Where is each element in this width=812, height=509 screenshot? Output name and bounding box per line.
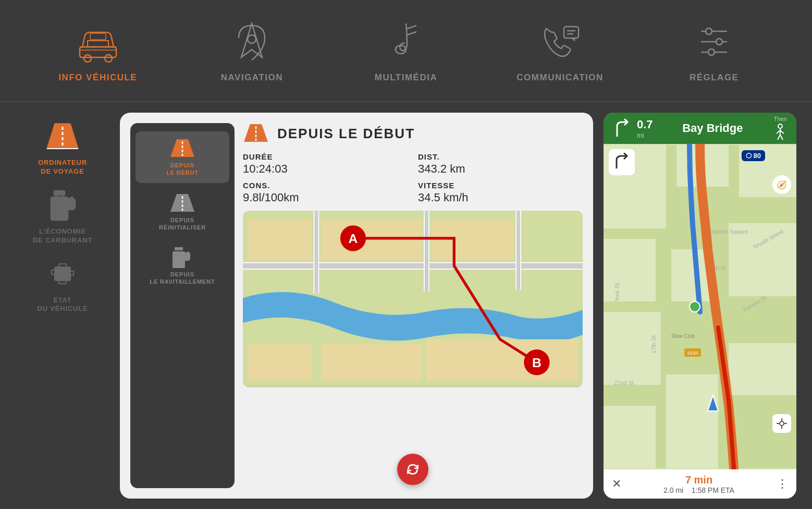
nav-item-communication[interactable]: COMMUNICATION	[503, 18, 618, 83]
nav-time: 7 min	[685, 474, 712, 486]
svg-rect-22	[54, 191, 65, 195]
nav-map-panel: 0.7 mi Bay Bridge Then	[604, 113, 796, 499]
trip-stats: DURÉE 10:24:03 DIST. 343.2 km CONS. 9.8l…	[243, 152, 583, 204]
svg-rect-54	[431, 220, 514, 261]
trip-label-reinitialiser: DEPUISRÉINITIALISER	[159, 216, 206, 232]
trip-data-header: DEPUIS LE DÉBUT	[243, 123, 583, 146]
trip-data-title: DEPUIS LE DÉBUT	[277, 126, 415, 142]
header-road-icon	[243, 123, 269, 144]
svg-point-18	[708, 49, 715, 55]
interstate-badge: ⬡ 80	[742, 150, 765, 161]
trip-option-depuis-debut[interactable]: DEPUISLE DÉBUT	[136, 131, 229, 183]
stat-vitesse: VITESSE 34.5 km/h	[418, 181, 583, 204]
stat-label-cons: CONS.	[243, 181, 408, 190]
nav-then-label: Then	[773, 116, 786, 122]
svg-rect-20	[51, 197, 68, 220]
nav-item-info-vehicule[interactable]: INFO VÉHICULE	[41, 18, 155, 83]
nav-label-communication: COMMUNICATION	[516, 72, 604, 83]
interstate-number: ⬡	[746, 152, 754, 160]
settings-icon	[691, 18, 737, 65]
trip-option-depuis-ravitaillement[interactable]: DEPUISLE RAVITAILLEMENT	[136, 240, 229, 292]
nav-map-header: 0.7 mi Bay Bridge Then	[604, 113, 796, 144]
svg-point-1	[84, 55, 91, 62]
sidebar-label-etat-vehicule: ÉTATDU VÉHICULE	[38, 296, 88, 314]
phone-chat-icon	[537, 18, 584, 65]
stat-dist: DIST. 343.2 km	[418, 152, 583, 176]
svg-text:A: A	[349, 232, 358, 246]
sidebar-label-economie-carburant: L'ÉCONOMIEDE CARBURANT	[33, 227, 92, 245]
fuel-icon	[44, 187, 81, 223]
svg-rect-75	[604, 406, 656, 468]
trip-data: DEPUIS LE DÉBUT DURÉE 10:24:03 DIST. 343…	[243, 123, 583, 488]
svg-rect-24	[59, 270, 66, 277]
navigation-icon	[228, 18, 275, 65]
svg-text:22nd St: 22nd St	[614, 380, 634, 386]
road-icon	[44, 118, 81, 154]
svg-rect-74	[729, 343, 796, 395]
trip-label-ravitaillement: DEPUISLE RAVITAILLEMENT	[150, 271, 215, 286]
nav-label-info-vehicule: INFO VÉHICULE	[58, 72, 137, 83]
nav-footer-details: 2.0 mi 1:58 PM ETA	[663, 486, 734, 494]
nav-then-section: Then	[772, 116, 788, 141]
svg-text:17th St: 17th St	[650, 335, 657, 354]
svg-point-87	[690, 301, 700, 312]
svg-rect-69	[604, 239, 656, 301]
svg-rect-58	[426, 340, 578, 381]
svg-point-21	[70, 201, 74, 205]
main-content: ORDINATEURDE VOYAGE L'ÉCONOMIEDE CARBURA…	[0, 102, 812, 509]
trip-selector: DEPUISLE DÉBUT DEPUISRÉINITIALISER	[130, 123, 235, 488]
svg-point-88	[780, 421, 784, 426]
svg-rect-40	[173, 251, 185, 268]
stat-value-cons: 9.8l/100km	[243, 191, 408, 204]
nav-road-name: Bay Bridge	[653, 122, 772, 135]
nav-label-multimedia: MULTIMÉDIA	[375, 72, 437, 83]
refresh-button[interactable]	[397, 454, 428, 485]
svg-point-14	[706, 28, 712, 34]
nav-item-multimedia[interactable]: MULTIMÉDIA	[349, 18, 463, 83]
engine-icon	[44, 256, 81, 292]
sidebar-item-ordinateur-voyage[interactable]: ORDINATEURDE VOYAGE	[38, 118, 87, 176]
stat-value-duree: 10:24:03	[243, 162, 408, 176]
nav-label-navigation: NAVIGATION	[221, 72, 283, 83]
svg-rect-3	[90, 33, 106, 40]
stat-cons: CONS. 9.8l/100km	[243, 181, 408, 204]
music-icon	[383, 18, 429, 65]
nav-item-navigation[interactable]: NAVIGATION	[194, 18, 309, 83]
stat-label-vitesse: VITESSE	[418, 181, 583, 190]
stat-label-dist: DIST.	[418, 152, 583, 161]
svg-rect-53	[321, 220, 422, 261]
svg-rect-10	[564, 27, 579, 38]
nav-arrow-indicator	[609, 149, 635, 175]
svg-rect-42	[175, 247, 183, 250]
svg-line-9	[407, 32, 416, 35]
nav-map-body: York St Franklin Square 16th St 17th St …	[604, 144, 796, 469]
sidebar-label-ordinateur-voyage: ORDINATEURDE VOYAGE	[38, 159, 87, 176]
close-nav-button[interactable]: ✕	[612, 477, 621, 491]
stat-value-dist: 343.2 km	[418, 162, 583, 176]
top-navigation: INFO VÉHICULE NAVIGATION MULTIMÉDIA	[0, 0, 812, 102]
svg-rect-55	[248, 220, 312, 261]
svg-point-63	[778, 124, 782, 128]
sidebar-item-etat-vehicule[interactable]: ÉTATDU VÉHICULE	[38, 256, 88, 314]
nav-dist-value: 0.7	[637, 118, 653, 131]
svg-point-16	[716, 39, 722, 45]
trip-label-debut: DEPUISLE DÉBUT	[166, 162, 198, 177]
nav-map-footer: ✕ 7 min 2.0 mi 1:58 PM ETA ⋮	[604, 469, 796, 499]
svg-text:Slow Club: Slow Club	[671, 333, 695, 339]
compass-icon: 🧭	[772, 175, 791, 194]
stat-value-vitesse: 34.5 km/h	[418, 191, 583, 204]
location-button[interactable]	[772, 414, 791, 433]
svg-text:Franklin Square: Franklin Square	[708, 228, 748, 235]
svg-rect-57	[321, 344, 422, 381]
svg-rect-73	[666, 374, 718, 468]
trip-fuel-icon	[169, 247, 195, 268]
trip-map-wrap: A B	[243, 211, 583, 472]
trip-option-depuis-reinitialiser[interactable]: DEPUISRÉINITIALISER	[136, 186, 229, 238]
stat-label-duree: DURÉE	[243, 152, 408, 161]
svg-rect-56	[248, 344, 312, 381]
svg-text:York St: York St	[614, 283, 620, 301]
nav-item-reglage[interactable]: RÉGLAGE	[657, 18, 771, 83]
center-panel: DEPUISLE DÉBUT DEPUISRÉINITIALISER	[120, 113, 593, 499]
nav-menu-button[interactable]: ⋮	[777, 477, 788, 491]
sidebar-item-economie-carburant[interactable]: L'ÉCONOMIEDE CARBURANT	[33, 187, 92, 245]
